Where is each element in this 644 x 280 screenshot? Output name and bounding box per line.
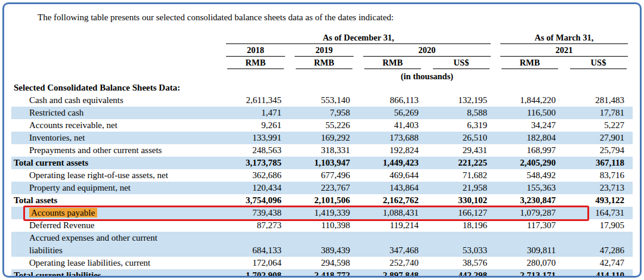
cell-value: 42,747	[564, 257, 633, 269]
cell-value: 1,419,339	[290, 207, 358, 219]
cell-value: 3,173,785	[221, 157, 290, 169]
cell-value: 221,225	[427, 157, 496, 169]
balance-sheet-table: As of December 31, As of March 31, 2018 …	[11, 32, 633, 278]
header-group-row: As of December 31, As of March 31,	[11, 32, 633, 44]
unit-2018-rmb: RMB	[221, 57, 290, 69]
unit-label: RMB	[227, 57, 284, 69]
row-label-text: Total current liabilities	[14, 270, 101, 278]
cell-value: 2,101,506	[290, 194, 358, 207]
cell-value: 7,958	[290, 107, 358, 119]
cell-value: 1,088,431	[358, 207, 427, 219]
cell-value: 252,740	[358, 257, 427, 269]
cell-value: 318,331	[290, 144, 358, 157]
row-label: Total current liabilities	[11, 269, 221, 278]
intro-text: The following table presents our selecte…	[38, 11, 633, 23]
cell-value: 47,286	[564, 244, 633, 257]
row-label: Operating lease right-of-use assets, net	[11, 169, 221, 182]
row-label-text: Selected Consolidated Balance Sheets Dat…	[14, 83, 180, 92]
cell-value: 2,405,290	[496, 157, 564, 169]
cell-value: 116,500	[496, 107, 564, 119]
row-label-text: Prepayments and other current assets	[29, 145, 162, 155]
row-label-text: Property and equipment, net	[29, 183, 131, 192]
cell-value: 17,781	[564, 107, 633, 119]
year-2020-label: 2020	[363, 45, 491, 57]
cell-value: 27,901	[564, 132, 633, 144]
cell-value: 739,438	[221, 207, 290, 219]
table-row: Selected Consolidated Balance Sheets Dat…	[11, 82, 633, 94]
row-label: Total assets	[11, 194, 221, 207]
row-label-text: Total assets	[14, 195, 57, 205]
cell-value: 169,292	[290, 132, 358, 144]
cell-value: 866,113	[358, 94, 427, 107]
year-2019-label: 2019	[295, 45, 354, 57]
cell-value: 1,079,287	[496, 207, 564, 219]
cell-value: 347,468	[358, 244, 427, 257]
unit-2020-rmb: RMB	[358, 57, 427, 69]
cell-value: 330,102	[427, 194, 496, 207]
cell-value: 548,492	[496, 169, 564, 182]
cell-value: 1,449,423	[358, 157, 427, 169]
table-row: Total assets3,754,0962,101,5062,162,7623…	[11, 194, 633, 207]
cell-value: 83,716	[564, 169, 633, 182]
unit-label: US$	[570, 57, 627, 69]
cell-value: 493,122	[564, 194, 633, 207]
row-label-text: Deferred Revenue	[29, 220, 95, 230]
cell-value: 56,269	[358, 107, 427, 119]
year-2018-label: 2018	[226, 45, 285, 57]
cell-value: 120,434	[221, 182, 290, 194]
cell-value: 173,688	[358, 132, 427, 144]
table-row: Operating lease right-of-use assets, net…	[11, 169, 633, 182]
table-row: Inventories, net133,991169,292173,68826,…	[11, 132, 633, 144]
highlighted-row-label: Accounts payable	[29, 208, 97, 217]
table-row: Total current assets3,173,7851,103,9471,…	[11, 157, 633, 169]
cell-value: 26,510	[427, 132, 496, 144]
cell-value: 53,033	[427, 244, 496, 257]
cell-value: 367,118	[564, 157, 633, 169]
header-note-row: (in thousands)	[11, 69, 633, 82]
cell-value: 294,598	[290, 257, 358, 269]
cell-value: 17,905	[564, 219, 633, 232]
cell-value: 18,196	[427, 219, 496, 232]
cell-value: 143,864	[358, 182, 427, 194]
table-row: Property and equipment, net120,434223,76…	[11, 182, 633, 194]
row-label: Accounts receivable, net	[11, 119, 221, 132]
cell-value: 168,997	[496, 144, 564, 157]
cell-value: 192,824	[358, 144, 427, 157]
cell-value: 2,713,171	[496, 269, 564, 278]
cell-value: 3,230,847	[496, 194, 564, 207]
cell-value: 155,363	[496, 182, 564, 194]
table-row: Total current liabilities1,702,9082,418,…	[11, 269, 633, 278]
table-row: Deferred Revenue87,273110,398119,21418,1…	[11, 219, 633, 232]
table-row: Operating lease liabilities, current172,…	[11, 257, 633, 269]
cell-value: 1,844,220	[496, 94, 564, 107]
cell-value: 117,307	[496, 219, 564, 232]
cell-value: 25,794	[564, 144, 633, 157]
header-year-2019: 2019	[290, 45, 358, 57]
cell-value: 281,483	[564, 94, 633, 107]
row-label-text: Restricted cash	[29, 108, 83, 117]
cell-value: 2,611,345	[221, 94, 290, 107]
header-year-row: 2018 2019 2020 2021	[11, 44, 633, 57]
cell-value: 2,418,772	[290, 269, 358, 278]
cell-value: 1,702,908	[221, 269, 290, 278]
cell-value: 132,195	[427, 94, 496, 107]
document-frame: The following table presents our selecte…	[2, 2, 642, 278]
cell-value: 469,644	[358, 169, 427, 182]
header-unit-row: RMB RMB RMB US$ RMB US$	[11, 57, 633, 69]
cell-value: 164,731	[564, 207, 633, 219]
row-label: Cash and cash equivalents	[11, 94, 221, 107]
cell-value: 2,162,762	[358, 194, 427, 207]
cell-value: 172,064	[221, 257, 290, 269]
unit-label: US$	[433, 57, 490, 69]
cell-value: 280,070	[496, 257, 564, 269]
row-label: Deferred Revenue	[11, 219, 221, 232]
unit-label: RMB	[501, 57, 558, 69]
row-label-text: Operating lease right-of-use assets, net	[29, 170, 168, 180]
cell-value: 55,226	[290, 119, 358, 132]
unit-2021-rmb: RMB	[496, 57, 564, 69]
in-thousands-note: (in thousands)	[221, 71, 633, 82]
row-label: Inventories, net	[11, 132, 221, 144]
cell-value: 1,103,947	[290, 157, 358, 169]
cell-value: 182,804	[496, 132, 564, 144]
cell-value: 38,576	[427, 257, 496, 269]
